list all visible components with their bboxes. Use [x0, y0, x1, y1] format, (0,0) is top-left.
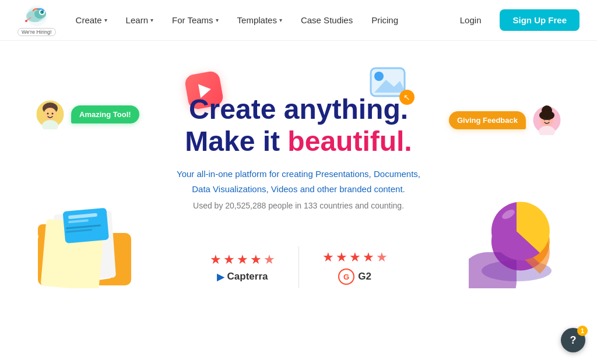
main-nav: Create ▾ Learn ▾ For Teams ▾ Templates ▾… [68, 10, 451, 30]
pie-chart-icon [469, 198, 565, 288]
hiring-badge: We're Hiring! [17, 28, 56, 36]
help-badge: 1 [577, 326, 588, 336]
folder-icon [32, 198, 149, 288]
logo-area[interactable]: We're Hiring! [17, 5, 56, 36]
svg-point-17 [52, 113, 54, 115]
svg-point-24 [549, 119, 550, 121]
signup-button[interactable]: Sign Up Free [500, 9, 580, 31]
amazing-tool-text: Amazing Tool! [71, 105, 139, 123]
hero-subtitle: Your all-in-one platform for creating Pr… [177, 167, 420, 196]
svg-point-23 [544, 119, 546, 121]
hero-line-1: Create anything. [177, 93, 420, 125]
create-chevron-icon: ▾ [104, 17, 107, 23]
templates-chevron-icon: ▾ [279, 17, 282, 23]
main-content: ↖ Amazing Tool! Giv [0, 41, 597, 364]
nav-pricing[interactable]: Pricing [363, 10, 406, 30]
user-avatar-female [532, 105, 562, 135]
capterra-brand: ▶ Capterra [217, 271, 268, 282]
svg-rect-31 [63, 208, 110, 243]
hero-line-2: Make it beautiful. [177, 125, 420, 157]
svg-point-16 [47, 113, 49, 115]
capterra-arrow-icon: ▶ [217, 271, 224, 282]
teams-chevron-icon: ▾ [216, 17, 219, 23]
nav-for-teams[interactable]: For Teams ▾ [164, 10, 227, 30]
nav-create[interactable]: Create ▾ [68, 10, 115, 30]
capterra-rating: ★ ★ ★ ★ ★ ▶ Capterra [187, 246, 299, 288]
header-right: Login Sign Up Free [451, 9, 580, 31]
login-button[interactable]: Login [451, 10, 491, 30]
giving-feedback-bubble: Giving Feedback [449, 105, 562, 135]
ratings-area: ★ ★ ★ ★ ★ ▶ Capterra ★ ★ ★ ★ [187, 244, 411, 291]
logo-icon [23, 5, 51, 27]
svg-point-5 [41, 10, 43, 12]
svg-point-9 [374, 72, 384, 81]
folder-illustration [32, 198, 149, 291]
nav-templates[interactable]: Templates ▾ [229, 10, 290, 30]
svg-point-7 [25, 20, 27, 22]
nav-case-studies[interactable]: Case Studies [293, 10, 361, 30]
g2-icon: G [338, 268, 354, 285]
user-avatar-male [35, 99, 65, 129]
g2-brand: G G2 [338, 268, 371, 285]
hero-count: Used by 20,525,288 people in 133 countri… [177, 201, 420, 210]
g2-rating: ★ ★ ★ ★ ★ G G2 [299, 244, 411, 291]
help-button[interactable]: ? 1 [561, 328, 585, 352]
svg-point-22 [539, 111, 554, 120]
nav-learn[interactable]: Learn ▾ [118, 10, 161, 30]
header: We're Hiring! Create ▾ Learn ▾ For Teams… [0, 0, 597, 41]
svg-point-6 [43, 11, 43, 12]
amazing-tool-bubble: Amazing Tool! [35, 99, 139, 129]
g2-stars: ★ ★ ★ ★ ★ [322, 250, 388, 265]
capterra-stars: ★ ★ ★ ★ ★ [210, 252, 275, 267]
giving-feedback-text: Giving Feedback [449, 111, 526, 129]
learn-chevron-icon: ▾ [150, 17, 153, 23]
svg-point-15 [44, 108, 57, 121]
bottom-section: ★ ★ ★ ★ ★ ▶ Capterra ★ ★ ★ ★ [0, 227, 597, 291]
hero-section: Create anything. Make it beautiful. Your… [177, 93, 420, 210]
pie-chart-illustration [469, 198, 565, 291]
